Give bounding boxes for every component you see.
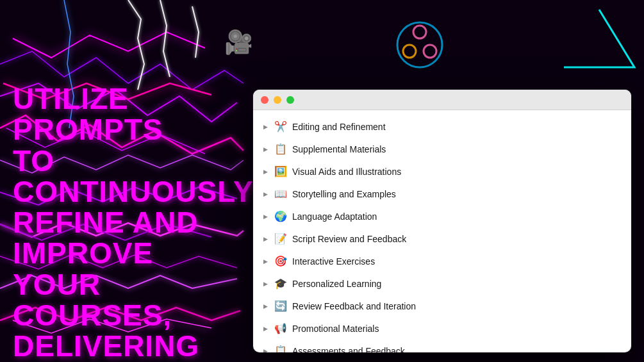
svg-point-2 (403, 45, 416, 58)
chevron-icon: ▶ (263, 213, 268, 220)
list-item[interactable]: ▶ 🔄 Review Feedback and Iteration (253, 295, 631, 317)
list-item[interactable]: ▶ ✂️ Editing and Refinement (253, 115, 631, 138)
item-label: Promotional Materials (292, 324, 379, 334)
list-item[interactable]: ▶ 📢 Promotional Materials (253, 317, 631, 340)
item-icon: 🖼️ (273, 165, 288, 177)
item-label: Editing and Refinement (292, 122, 386, 132)
window-maximize-button[interactable] (286, 96, 294, 104)
list-item[interactable]: ▶ 📋 Supplemental Materials (253, 138, 631, 160)
mac-window: ▶ ✂️ Editing and Refinement ▶ 📋 Suppleme… (253, 90, 631, 352)
list-item[interactable]: ▶ 🌍 Language Adaptation (253, 205, 631, 227)
item-icon: ✂️ (273, 120, 288, 133)
item-label: Visual Aids and Illustrations (292, 167, 401, 177)
window-close-button[interactable] (261, 96, 268, 104)
item-label: Language Adaptation (292, 211, 377, 222)
item-icon: 🎓 (273, 277, 288, 290)
item-label: Storytelling and Examples (292, 189, 396, 199)
chevron-icon: ▶ (263, 124, 268, 130)
chevron-icon: ▶ (263, 236, 268, 242)
item-icon: 🌍 (273, 210, 288, 222)
list-item[interactable]: ▶ 🎯 Interactive Exercises (253, 250, 631, 272)
mac-titlebar (253, 90, 631, 110)
hero-text-block: UTILIZE PROMPTS TO CONTINUOUSLY REFINE A… (13, 83, 211, 362)
chevron-icon: ▶ (263, 191, 268, 197)
chevron-icon: ▶ (263, 169, 268, 175)
item-icon: 📝 (273, 233, 288, 245)
item-label: Assessments and Feedback (292, 346, 405, 353)
svg-point-1 (413, 26, 426, 38)
item-label: Script Review and Feedback (292, 234, 406, 244)
list-item[interactable]: ▶ 🖼️ Visual Aids and Illustrations (253, 160, 631, 183)
chevron-icon: ▶ (263, 348, 268, 353)
item-icon: 🎯 (273, 255, 288, 267)
neon-triangle (561, 6, 638, 70)
item-icon: 📖 (273, 188, 288, 200)
mac-content: ▶ ✂️ Editing and Refinement ▶ 📋 Suppleme… (253, 110, 631, 352)
window-minimize-button[interactable] (274, 96, 281, 104)
list-item[interactable]: ▶ 📖 Storytelling and Examples (253, 183, 631, 205)
camera-decoration: 🎥 (224, 29, 253, 56)
item-label: Interactive Exercises (292, 256, 375, 267)
list-item[interactable]: ▶ 🎓 Personalized Learning (253, 272, 631, 295)
item-label: Supplemental Materials (292, 144, 386, 154)
chevron-icon: ▶ (263, 303, 268, 309)
chevron-icon: ▶ (263, 146, 268, 152)
item-icon: 📋 (273, 345, 288, 352)
item-label: Review Feedback and Iteration (292, 301, 416, 311)
chevron-icon: ▶ (263, 281, 268, 287)
svg-point-0 (397, 22, 442, 67)
hero-heading: UTILIZE PROMPTS TO CONTINUOUSLY REFINE A… (13, 83, 211, 362)
chevron-icon: ▶ (263, 325, 268, 332)
item-icon: 📋 (273, 143, 288, 155)
svg-point-3 (424, 45, 436, 58)
item-icon: 📢 (273, 322, 288, 334)
chevron-icon: ▶ (263, 258, 268, 265)
list-item[interactable]: ▶ 📝 Script Review and Feedback (253, 227, 631, 250)
neon-spinner (394, 19, 445, 79)
item-label: Personalized Learning (292, 279, 381, 289)
item-icon: 🔄 (273, 300, 288, 312)
list-item[interactable]: ▶ 📋 Assessments and Feedback (253, 340, 631, 352)
